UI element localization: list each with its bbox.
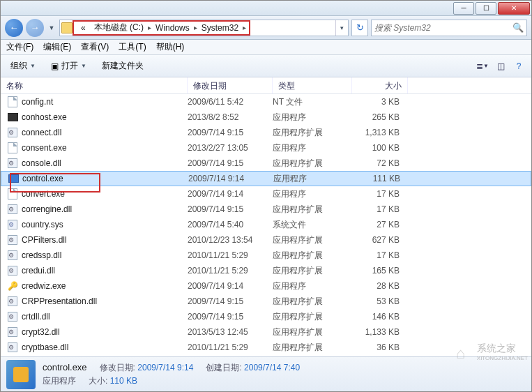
details-size-label: 大小: (89, 376, 107, 386)
file-type: 应用程序 (273, 112, 352, 123)
chevron-right-icon: ▸ (243, 24, 246, 31)
file-size: 165 KB (352, 266, 404, 276)
file-icon (6, 142, 19, 153)
table-row[interactable]: cryptbase.dll2010/11/21 5:29应用程序扩展36 KB (1, 340, 531, 355)
table-row[interactable]: credui.dll2010/11/21 5:29应用程序扩展165 KB (1, 263, 531, 278)
sys-icon (6, 219, 19, 230)
maximize-button[interactable]: ☐ (476, 2, 496, 15)
file-size: 17 KB (352, 250, 404, 260)
new-folder-button[interactable]: 新建文件夹 (98, 58, 148, 74)
open-label: 打开 (61, 60, 78, 72)
history-dropdown[interactable]: ▼ (47, 19, 56, 37)
file-type: 应用程序扩展 (273, 234, 352, 246)
file-list-body[interactable]: config.nt2009/6/11 5:42NT 文件3 KBconhost.… (1, 94, 531, 356)
file-size: 3 KB (352, 97, 404, 107)
refresh-button[interactable]: ↻ (351, 20, 368, 36)
details-mod-label: 修改日期: (100, 363, 135, 372)
file-size: 265 KB (352, 112, 404, 122)
table-row[interactable]: convert.exe2009/7/14 9:14应用程序17 KB (1, 186, 531, 202)
table-row[interactable]: connect.dll2009/7/14 9:15应用程序扩展1,313 KB (1, 125, 531, 140)
file-date: 2009/7/14 9:15 (188, 128, 273, 137)
file-name: control.exe (22, 174, 188, 183)
dll-icon (6, 342, 19, 353)
breadcrumb-windows[interactable]: Windows (151, 23, 194, 33)
breadcrumb-system32[interactable]: System32 (197, 23, 243, 33)
table-row[interactable]: control.exe2009/7/14 9:14应用程序111 KB (1, 171, 531, 186)
menu-edit[interactable]: 编辑(E) (43, 41, 71, 53)
menu-help[interactable]: 帮助(H) (156, 41, 185, 53)
preview-pane-button[interactable]: ◫ (494, 60, 508, 73)
file-name: config.nt (22, 97, 188, 107)
file-date: 2013/5/13 12:45 (188, 327, 273, 337)
organize-button[interactable]: 组织 ▼ (6, 58, 40, 74)
table-row[interactable]: crtdll.dll2009/7/14 9:15应用程序扩展146 KB (1, 309, 531, 324)
search-input[interactable] (374, 23, 512, 33)
minimize-button[interactable]: ─ (453, 2, 474, 15)
table-row[interactable]: console.dll2009/7/14 9:15应用程序扩展72 KB (1, 156, 531, 171)
dll-icon (6, 127, 19, 138)
file-size: 1,133 KB (352, 327, 404, 337)
file-size: 28 KB (352, 281, 404, 291)
table-row[interactable]: CRPPresentation.dll2009/7/14 9:15应用程序扩展5… (1, 294, 531, 309)
search-icon[interactable]: 🔍 (512, 22, 524, 33)
col-date[interactable]: 修改日期 (188, 77, 273, 93)
table-row[interactable]: country.sys2009/7/14 5:40系统文件27 KB (1, 217, 531, 232)
dll-icon (6, 250, 19, 261)
file-name: console.dll (22, 158, 188, 168)
file-type: 应用程序 (273, 142, 352, 154)
close-button[interactable]: ✕ (498, 2, 530, 15)
col-size[interactable]: 大小 (352, 77, 408, 93)
file-name: credui.dll (22, 266, 188, 276)
address-bar[interactable]: « 本地磁盘 (C:) ▸ Windows ▸ System32 ▸ ▾ (59, 20, 349, 36)
menu-file[interactable]: 文件(F) (6, 41, 33, 53)
file-date: 2009/7/14 9:14 (188, 189, 273, 199)
address-dropdown[interactable]: ▾ (335, 20, 348, 36)
dll-icon (6, 326, 19, 338)
chevron-down-icon: ▼ (81, 63, 86, 69)
file-date: 2010/11/21 5:29 (188, 250, 273, 260)
table-row[interactable]: correngine.dll2009/7/14 9:15应用程序扩展17 KB (1, 202, 531, 217)
menu-tools[interactable]: 工具(T) (119, 41, 146, 53)
back-button[interactable]: ← (5, 19, 23, 37)
table-row[interactable]: credwiz.exe2009/7/14 9:14应用程序28 KB (1, 278, 531, 294)
menu-view[interactable]: 查看(V) (81, 41, 109, 53)
folder-icon (61, 22, 73, 33)
file-date: 2013/2/27 13:05 (188, 143, 273, 153)
search-box[interactable]: 🔍 (371, 20, 527, 36)
file-date: 2009/7/14 9:15 (188, 296, 273, 306)
table-row[interactable]: config.nt2009/6/11 5:42NT 文件3 KB (1, 94, 531, 110)
file-type: 应用程序扩展 (273, 250, 352, 262)
file-name: conhost.exe (22, 112, 188, 122)
open-button[interactable]: ▣ 打开 ▼ (47, 58, 91, 74)
file-name: connect.dll (22, 128, 188, 137)
help-button[interactable]: ? (512, 60, 526, 73)
file-date: 2010/12/23 13:54 (188, 235, 273, 245)
file-date: 2010/11/21 5:29 (188, 266, 273, 276)
details-filename: control.exe (43, 362, 87, 374)
file-name: CRPPresentation.dll (22, 296, 188, 306)
file-name: country.sys (22, 220, 188, 229)
file-size: 53 KB (352, 296, 404, 306)
file-size: 72 KB (352, 158, 404, 168)
file-type: 应用程序扩展 (273, 296, 352, 308)
table-row[interactable]: crypt32.dll2013/5/13 12:45应用程序扩展1,133 KB (1, 324, 531, 340)
col-name[interactable]: 名称 (1, 77, 188, 93)
new-folder-label: 新建文件夹 (102, 60, 144, 72)
view-options-button[interactable]: ≣ ▼ (476, 60, 489, 73)
table-row[interactable]: CPFilters.dll2010/12/23 13:54应用程序扩展627 K… (1, 232, 531, 248)
file-size: 17 KB (352, 189, 404, 199)
col-type[interactable]: 类型 (273, 77, 352, 93)
table-row[interactable]: conhost.exe2013/8/2 8:52应用程序265 KB (1, 110, 531, 125)
details-create-value: 2009/7/14 7:40 (244, 363, 300, 372)
breadcrumb-drive[interactable]: 本地磁盘 (C:) (90, 22, 148, 33)
forward-button[interactable]: → (26, 19, 44, 37)
table-row[interactable]: credssp.dll2010/11/21 5:29应用程序扩展17 KB (1, 248, 531, 263)
file-type: 应用程序扩展 (273, 158, 352, 169)
open-icon: ▣ (51, 61, 59, 71)
breadcrumb-chevrons[interactable]: « (77, 23, 90, 33)
dll-icon (6, 296, 19, 307)
table-row[interactable]: consent.exe2013/2/27 13:05应用程序100 KB (1, 140, 531, 156)
column-headers: 名称 修改日期 类型 大小 (1, 77, 531, 94)
details-file-icon (6, 360, 36, 389)
file-icon (6, 188, 19, 199)
